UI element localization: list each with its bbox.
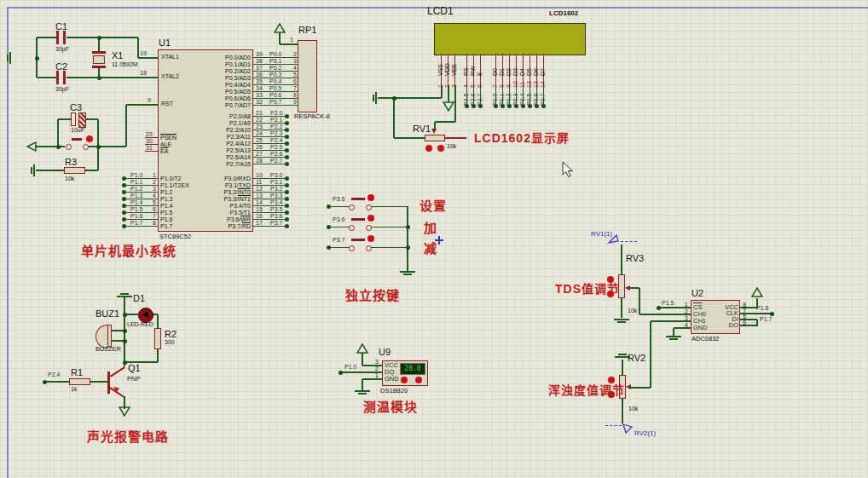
u9-temp-down-dot[interactable] <box>401 377 408 383</box>
c3-plate-hatched <box>78 112 86 128</box>
button-cap[interactable] <box>351 239 365 241</box>
reset-button-cap[interactable] <box>72 138 82 141</box>
junction-dot <box>123 329 127 333</box>
net-terminal-dot <box>285 176 289 181</box>
c2-plate <box>63 71 66 84</box>
junction-dot <box>657 306 661 310</box>
pin-name: P0.6/AD6 <box>197 95 251 102</box>
button-terminal <box>349 245 355 251</box>
x1-crystal-body[interactable] <box>93 55 105 64</box>
button-actuator[interactable] <box>367 215 374 222</box>
ground-symbol <box>9 52 11 64</box>
button-terminal <box>349 204 355 210</box>
u1-p2-names: P2.0/A8P2.1/A9P2.2/A10P2.3/A11P2.4/A12P2… <box>197 113 251 168</box>
u2-ref: U2 <box>692 288 703 298</box>
pin-row: 32P0.79 <box>253 102 298 109</box>
u2-left-pin-numbers: 1234 <box>677 302 688 329</box>
rv1-pot-body[interactable] <box>425 135 445 141</box>
net-terminal-dot <box>285 135 289 139</box>
rv3-value: 10k <box>628 308 637 314</box>
button-cap[interactable] <box>351 218 365 221</box>
r3-value: 10k <box>65 176 74 182</box>
crystal-plate <box>92 66 106 68</box>
u1-p1-rows: P1.01P1.12P1.23P1.34P1.45P1.56P1.67P1.78 <box>124 176 158 230</box>
lcd-pin-column: D714P0.7 <box>541 54 547 108</box>
c2-value: 30pF <box>55 86 69 93</box>
wire <box>622 399 623 423</box>
pin-name: ALE <box>160 141 199 148</box>
button-actuator[interactable] <box>367 194 374 201</box>
lcd-pin-column: VEE3 <box>452 54 459 108</box>
wire <box>67 37 138 38</box>
wire <box>97 147 99 170</box>
net-terminal-dot <box>285 141 289 146</box>
pin-name: P3.3/INT1 <box>197 196 251 203</box>
buzzer-flange <box>107 325 112 347</box>
q1-ref: Q1 <box>128 363 141 373</box>
u1-p0-names: P0.0/AD0P0.1/AD1P0.2/AD2P0.3/AD3P0.4/AD4… <box>197 55 251 109</box>
pin-name: P3.1/TXD <box>197 182 251 189</box>
wire <box>85 170 98 171</box>
lcd-part: LCD1602 <box>549 10 578 18</box>
wire <box>37 37 56 38</box>
wire <box>138 57 158 59</box>
u1-pinnum-rst: 9 <box>148 97 151 104</box>
r3-resistor[interactable] <box>64 167 85 174</box>
net-terminal-dot <box>285 128 289 132</box>
u1-ctrl-pin-stubs: 293031 <box>142 135 158 155</box>
schematic-canvas[interactable]: U1 STC89C52 XTAL1 19 XTAL2 18 RST 9 2930… <box>0 0 868 478</box>
net-terminal-dot <box>478 104 483 108</box>
button-cap[interactable] <box>351 198 365 200</box>
rv2-value: 10k <box>628 406 638 412</box>
rp1-pin1-num: 1 <box>290 37 293 43</box>
net-terminal-dot <box>285 224 289 228</box>
u9-temp-up-dot[interactable] <box>415 377 422 383</box>
net-terminal-dot <box>285 121 289 125</box>
r2-resistor[interactable] <box>154 328 161 349</box>
wire <box>362 379 363 390</box>
u2-right-pin-names: VCCCLKDIDO <box>696 304 738 328</box>
button-actuator[interactable] <box>367 235 374 242</box>
ground-symbol <box>375 92 377 104</box>
r2-value: 300 <box>165 339 175 346</box>
c3-ref: C3 <box>70 102 82 112</box>
rp1-body[interactable] <box>298 40 317 112</box>
net-terminal-dot <box>465 104 469 108</box>
pin-name: P3.0/RXD <box>197 176 251 182</box>
u1-p3-names: P3.0/RXDP3.1/TXDP3.2/INT0P3.3/INT1P3.4/T… <box>197 176 251 230</box>
net-terminal-dot <box>285 190 289 194</box>
label-key-inc: 加 <box>424 218 437 236</box>
net-label-p17: P1.7 <box>760 316 772 323</box>
pin-name: P3.7/RD <box>197 223 251 230</box>
ground-symbol <box>614 319 629 320</box>
net-terminal-dot <box>501 104 505 108</box>
rv1-decrease-dot[interactable] <box>425 145 432 152</box>
wire <box>67 77 158 78</box>
rv1-increase-dot[interactable] <box>437 145 444 152</box>
r1-resistor[interactable] <box>69 378 90 385</box>
push-button[interactable]: P3.7 <box>328 245 409 265</box>
pin-name: P2.4/A12 <box>197 141 251 147</box>
lcd-screen[interactable] <box>434 23 586 55</box>
u2-part: ADC0832 <box>692 336 720 343</box>
reset-button-actuator[interactable] <box>86 135 93 142</box>
u1-ref: U1 <box>159 37 171 48</box>
pin-name: P3.6/WR <box>197 216 251 223</box>
wire <box>362 353 363 366</box>
junction-dot <box>770 312 774 316</box>
label-keys: 独立按键 <box>345 285 400 303</box>
ground-symbol <box>669 338 678 340</box>
wire <box>394 137 425 139</box>
wire <box>157 349 159 362</box>
junction-dot <box>97 76 101 80</box>
wire <box>36 170 64 171</box>
pin-name: P2.7/A15 <box>197 161 251 168</box>
pin-name: P0.2/AD2 <box>197 68 251 75</box>
u9-pin-numbers: 321 <box>368 359 379 379</box>
junction-dot <box>123 313 127 317</box>
u1-ctrl-pin-names: PSENALEEA <box>160 135 199 155</box>
net-terminal-dot <box>285 162 289 166</box>
rp1-part: RESPACK-8 <box>294 113 330 120</box>
net-terminal-dot <box>521 104 525 108</box>
wire <box>628 387 651 389</box>
